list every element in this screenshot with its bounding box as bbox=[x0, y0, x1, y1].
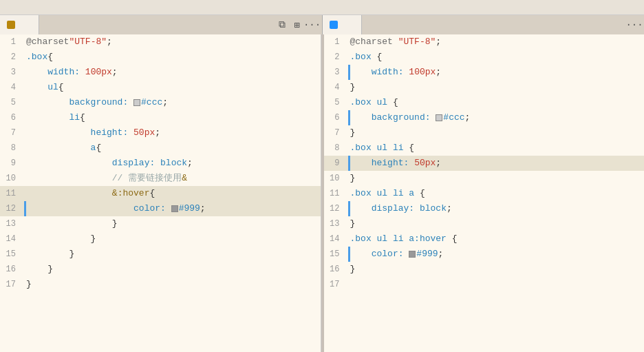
line-number: 12 bbox=[324, 201, 348, 216]
less-icon bbox=[7, 21, 15, 29]
line-content: color: #999; bbox=[26, 201, 321, 216]
line-content: } bbox=[26, 216, 321, 231]
line-number: 15 bbox=[0, 247, 24, 262]
line-number: 11 bbox=[0, 186, 24, 201]
table-row: 8 a{ bbox=[0, 141, 321, 156]
top-bar bbox=[0, 0, 644, 15]
table-row: 4 ul{ bbox=[0, 80, 321, 95]
split-icon[interactable]: ⧉ bbox=[277, 19, 288, 30]
left-code-area[interactable]: 1@charset"UTF-8";2.box{3 width: 100px;4 … bbox=[0, 34, 321, 352]
line-content: @charset"UTF-8"; bbox=[26, 34, 321, 50]
left-panel: 1@charset"UTF-8";2.box{3 width: 100px;4 … bbox=[0, 34, 321, 352]
line-content: } bbox=[26, 277, 321, 292]
right-tab[interactable] bbox=[323, 15, 362, 34]
line-content: .box{ bbox=[26, 50, 321, 65]
table-row: 16 } bbox=[0, 262, 321, 277]
line-number: 8 bbox=[324, 141, 348, 156]
table-row: 4} bbox=[324, 80, 645, 95]
table-row: 2.box{ bbox=[0, 50, 321, 65]
line-number: 12 bbox=[0, 201, 24, 216]
line-number: 11 bbox=[324, 186, 348, 201]
table-row: 6 background: #ccc; bbox=[324, 110, 645, 125]
line-content: // 需要链接使用& bbox=[26, 171, 321, 186]
line-content: .box ul li a:hover { bbox=[350, 231, 645, 247]
table-row: 13 } bbox=[0, 216, 321, 231]
table-row: 17} bbox=[0, 277, 321, 292]
line-number: 1 bbox=[0, 34, 24, 50]
table-row: 15 color: #999; bbox=[324, 247, 645, 262]
line-number: 15 bbox=[324, 247, 348, 262]
line-content: height: 50px; bbox=[350, 156, 645, 171]
table-row: 10} bbox=[324, 171, 645, 186]
table-row: 5.box ul { bbox=[324, 95, 645, 110]
line-number: 5 bbox=[0, 95, 24, 110]
line-number: 4 bbox=[0, 80, 24, 95]
line-content: &:hover{ bbox=[26, 186, 321, 201]
table-row: 8.box ul li { bbox=[324, 141, 645, 156]
table-row: 14.box ul li a:hover { bbox=[324, 231, 645, 247]
line-number: 6 bbox=[324, 110, 348, 125]
line-content: display: block; bbox=[26, 156, 321, 171]
more-icon[interactable]: ··· bbox=[307, 19, 318, 30]
table-row: 9 display: block; bbox=[0, 156, 321, 171]
line-number: 17 bbox=[324, 277, 348, 292]
table-row: 10 // 需要链接使用& bbox=[0, 171, 321, 186]
editor-container: ⧉ ⊞ ··· ··· 1@charset"UTF-8";2.box{3 wid… bbox=[0, 0, 644, 352]
line-number: 5 bbox=[324, 95, 348, 110]
line-number: 7 bbox=[324, 125, 348, 141]
line-number: 4 bbox=[324, 80, 348, 95]
left-tab[interactable] bbox=[0, 15, 39, 34]
panels-container: 1@charset"UTF-8";2.box{3 width: 100px;4 … bbox=[0, 34, 644, 352]
line-content: } bbox=[350, 125, 645, 141]
table-row: 6 li{ bbox=[0, 110, 321, 125]
line-number: 1 bbox=[324, 34, 348, 50]
right-panel: 1@charset "UTF-8";2.box {3 width: 100px;… bbox=[324, 34, 645, 352]
table-row: 1@charset "UTF-8"; bbox=[324, 34, 645, 50]
line-content: } bbox=[26, 247, 321, 262]
line-content: display: block; bbox=[350, 201, 645, 216]
table-row: 13} bbox=[324, 216, 645, 231]
left-tab-close[interactable] bbox=[22, 20, 32, 30]
line-content: ul{ bbox=[26, 80, 321, 95]
line-number: 16 bbox=[0, 262, 24, 277]
line-content: li{ bbox=[26, 110, 321, 125]
table-row: 5 background: #ccc; bbox=[0, 95, 321, 110]
table-row: 12 color: #999; bbox=[0, 201, 321, 216]
line-content: } bbox=[350, 262, 645, 277]
line-content: background: #ccc; bbox=[26, 95, 321, 110]
table-row: 1@charset"UTF-8"; bbox=[0, 34, 321, 50]
line-content: .box ul li a { bbox=[350, 186, 645, 201]
right-tab-actions: ··· bbox=[625, 15, 644, 34]
table-row: 11.box ul li a { bbox=[324, 186, 645, 201]
line-number: 3 bbox=[324, 65, 348, 80]
line-number: 2 bbox=[0, 50, 24, 65]
line-content: } bbox=[350, 80, 645, 95]
line-number: 10 bbox=[0, 171, 24, 186]
table-row: 2.box { bbox=[324, 50, 645, 65]
line-content: background: #ccc; bbox=[350, 110, 645, 125]
table-row: 7 height: 50px; bbox=[0, 125, 321, 141]
line-number: 6 bbox=[0, 110, 24, 125]
line-number: 10 bbox=[324, 171, 348, 186]
table-row: 7} bbox=[324, 125, 645, 141]
layout-icon[interactable]: ⊞ bbox=[292, 19, 303, 30]
right-code-area[interactable]: 1@charset "UTF-8";2.box {3 width: 100px;… bbox=[324, 34, 645, 352]
css-icon bbox=[330, 21, 338, 29]
line-content: .box ul { bbox=[350, 95, 645, 110]
line-content: .box ul li { bbox=[350, 141, 645, 156]
line-number: 8 bbox=[0, 141, 24, 156]
line-number: 14 bbox=[0, 231, 24, 247]
tab-bar: ⧉ ⊞ ··· ··· bbox=[0, 15, 644, 34]
table-row: 11 &:hover{ bbox=[0, 186, 321, 201]
line-content: @charset "UTF-8"; bbox=[350, 34, 645, 50]
line-number: 2 bbox=[324, 50, 348, 65]
right-more-icon[interactable]: ··· bbox=[629, 19, 640, 30]
line-number: 7 bbox=[0, 125, 24, 141]
right-tab-close[interactable] bbox=[345, 20, 354, 30]
right-tab-section: ··· bbox=[323, 15, 645, 34]
line-content: .box { bbox=[350, 50, 645, 65]
line-content: width: 100px; bbox=[350, 65, 645, 80]
line-number: 13 bbox=[0, 216, 24, 231]
line-number: 9 bbox=[324, 156, 348, 171]
line-number: 9 bbox=[0, 156, 24, 171]
